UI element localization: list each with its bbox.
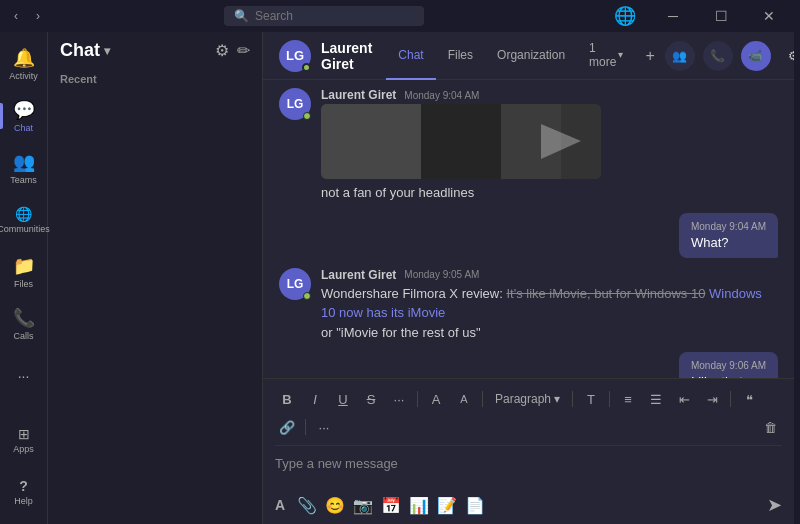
sidebar-label-files: Files [14, 279, 33, 289]
font-color-button[interactable]: A [424, 387, 448, 411]
avatar-initials: LG [286, 48, 304, 63]
giphy-button[interactable]: 📷 [353, 496, 373, 515]
delete-button[interactable]: 🗑 [758, 415, 782, 439]
chat-header: LG Laurent Giret Chat Files Organization… [263, 32, 794, 80]
phone-icon: 📞 [710, 49, 725, 63]
group-call-button[interactable]: 👥 [665, 41, 695, 71]
video-call-button[interactable]: 📹 [741, 41, 771, 71]
more-format-button[interactable]: ··· [387, 387, 411, 411]
sidebar-item-apps[interactable]: ⊞ Apps [0, 416, 48, 464]
format-toggle-button[interactable]: A [275, 497, 285, 513]
maximize-button[interactable]: ☐ [698, 0, 744, 32]
chat-title-chevron[interactable]: ▾ [104, 44, 110, 58]
audio-call-button[interactable]: 📞 [703, 41, 733, 71]
paragraph-dropdown[interactable]: Paragraph ▾ [489, 390, 566, 408]
titlebar-left: ‹ › [8, 8, 46, 24]
active-indicator [0, 103, 3, 129]
send-button[interactable]: ➤ [767, 494, 782, 516]
chat-title-text: Chat [60, 40, 100, 61]
communities-icon: 🌐 [15, 206, 32, 222]
toolbar-sep-5 [730, 391, 731, 407]
sidebar-item-files[interactable]: 📁 Files [0, 248, 48, 296]
tab-chat[interactable]: Chat [386, 32, 435, 80]
message-group-1: LG Laurent Giret Monday 9:04 AM [279, 88, 778, 203]
sidebar-narrow: 🔔 Activity 💬 Chat 👥 Teams 🌐 Communities … [0, 32, 48, 524]
chat-list-panel: Chat ▾ ⚙ ✏ Recent [48, 32, 263, 524]
sidebar-item-chat[interactable]: 💬 Chat [0, 92, 48, 140]
schedule-button[interactable]: 📅 [381, 496, 401, 515]
sidebar-label-calls: Calls [13, 331, 33, 341]
tab-organization[interactable]: Organization [485, 32, 577, 80]
more-attach-button[interactable]: 📄 [465, 496, 485, 515]
whiteboard-button[interactable]: 📝 [437, 496, 457, 515]
search-input[interactable] [255, 9, 414, 23]
numbered-list-button[interactable]: ≡ [616, 387, 640, 411]
indent-decrease-button[interactable]: ⇤ [672, 387, 696, 411]
user-avatar-titlebar[interactable]: 🌐 [602, 0, 648, 32]
sidebar-item-calls[interactable]: 📞 Calls [0, 300, 48, 348]
indent-increase-button[interactable]: ⇥ [700, 387, 724, 411]
search-icon: 🔍 [234, 9, 249, 23]
chat-main: LG Laurent Giret Chat Files Organization… [263, 32, 794, 524]
link-button[interactable]: 🔗 [275, 415, 299, 439]
message-right-2: Monday 9:06 AM I like that [279, 352, 778, 378]
contact-avatar: LG [279, 40, 311, 72]
underline-button[interactable]: U [331, 387, 355, 411]
message-meta-2: Laurent Giret Monday 9:05 AM [321, 268, 778, 282]
more-options-button[interactable]: ··· [312, 415, 336, 439]
compose-placeholder: Type a new message [275, 456, 398, 471]
font-size-button[interactable]: A [452, 387, 476, 411]
messages-area[interactable]: LG Laurent Giret Monday 9:04 AM [263, 80, 794, 378]
help-icon: ? [19, 478, 28, 494]
back-button[interactable]: ‹ [8, 8, 24, 24]
compose-icon[interactable]: ✏ [237, 41, 250, 60]
close-button[interactable]: ✕ [746, 0, 792, 32]
sidebar-item-activity[interactable]: 🔔 Activity [0, 40, 48, 88]
bullet-list-button[interactable]: ☰ [644, 387, 668, 411]
tab-more[interactable]: 1 more ▾ [577, 32, 635, 80]
chat-list-title: Chat ▾ [60, 40, 110, 61]
svg-rect-2 [421, 104, 501, 179]
strikethrough-text-1: It's like iMovie, but for Windows 10 [506, 286, 705, 301]
bubble-time-1: Monday 9:04 AM [691, 221, 766, 232]
chat-list-recent-label: Recent [48, 69, 262, 89]
minimize-button[interactable]: ─ [650, 0, 696, 32]
message-text-1: not a fan of your headlines [321, 183, 778, 203]
add-tab-button[interactable]: + [645, 47, 654, 65]
loop-button[interactable]: 📊 [409, 496, 429, 515]
titlebar-controls: 🌐 ─ ☐ ✕ [602, 0, 792, 32]
status-dot-1 [303, 112, 311, 120]
sidebar-item-communities[interactable]: 🌐 Communities [0, 196, 48, 244]
sidebar-item-teams[interactable]: 👥 Teams [0, 144, 48, 192]
tab-files[interactable]: Files [436, 32, 485, 80]
scrollbar-track[interactable] [794, 32, 800, 524]
quote-button[interactable]: ❝ [737, 387, 761, 411]
clear-format-button[interactable]: T [579, 387, 603, 411]
filter-icon[interactable]: ⚙ [215, 41, 229, 60]
italic-button[interactable]: I [303, 387, 327, 411]
sidebar-item-help[interactable]: ? Help [0, 468, 48, 516]
contact-name: Laurent Giret [321, 40, 372, 72]
attach-file-button[interactable]: 📎 [297, 496, 317, 515]
titlebar: ‹ › 🔍 🌐 ─ ☐ ✕ [0, 0, 800, 32]
message-text-2: Wondershare Filmora X review: It's like … [321, 284, 778, 343]
toolbar-sep-1 [417, 391, 418, 407]
files-icon: 📁 [13, 255, 35, 277]
search-bar[interactable]: 🔍 [224, 6, 424, 26]
compose-input[interactable]: Type a new message [275, 452, 782, 488]
bold-button[interactable]: B [275, 387, 299, 411]
forward-button[interactable]: › [30, 8, 46, 24]
apps-icon: ⊞ [18, 426, 30, 442]
toolbar-sep-3 [572, 391, 573, 407]
sidebar-item-more[interactable]: ··· [0, 352, 48, 400]
message-time-2: Monday 9:05 AM [404, 269, 479, 280]
sidebar-label-apps: Apps [13, 444, 34, 454]
strikethrough-button[interactable]: S [359, 387, 383, 411]
chat-list-actions: ⚙ ✏ [215, 41, 250, 60]
message-content-2: Laurent Giret Monday 9:05 AM Wondershare… [321, 268, 778, 343]
format-icon: A [275, 497, 285, 513]
sidebar-label-communities: Communities [0, 224, 50, 234]
settings-button[interactable]: ⚙ [779, 41, 794, 71]
message-meta-1: Laurent Giret Monday 9:04 AM [321, 88, 778, 102]
emoji-button[interactable]: 😊 [325, 496, 345, 515]
